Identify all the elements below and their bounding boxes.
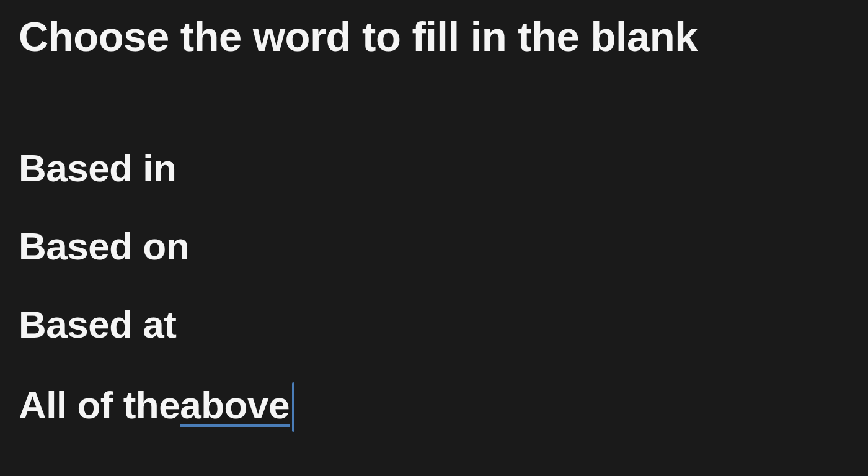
option-4-underlined-word: above — [180, 386, 290, 427]
option-3[interactable]: Based at — [19, 303, 176, 346]
option-4-editing[interactable]: All of the above — [19, 382, 294, 427]
option-4-prefix: All of the — [19, 384, 180, 426]
editing-text-wrap: All of the above — [19, 382, 294, 427]
option-1[interactable]: Based in — [19, 147, 176, 189]
option-2[interactable]: Based on — [19, 225, 189, 267]
question-container: Choose the word to fill in the blank Bas… — [0, 0, 868, 427]
options-list: Based in Based on Based at All of the ab… — [19, 147, 849, 427]
text-caret-icon — [292, 382, 294, 432]
question-prompt: Choose the word to fill in the blank — [19, 12, 849, 60]
